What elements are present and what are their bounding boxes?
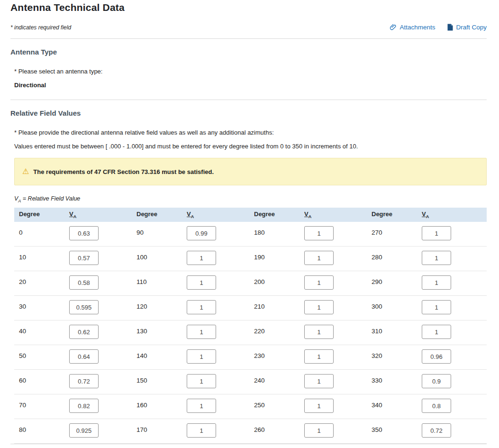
va-cell-150 (187, 374, 254, 388)
antenna-type-section: Antenna Type * Please select an antenna … (10, 48, 487, 89)
relative-field-prompt: * Please provide the directional antenna… (14, 129, 487, 136)
va-legend: VA = Relative Field Value (14, 195, 487, 203)
table-row: 20110200290 (14, 271, 487, 296)
va-input-150[interactable] (187, 374, 216, 388)
va-input-340[interactable] (422, 399, 451, 413)
degree-label-130: 130 (136, 325, 187, 339)
degree-label-160: 160 (136, 399, 187, 413)
table-row: 60150240330 (14, 370, 487, 394)
degree-label-240: 240 (254, 374, 304, 388)
va-cell-170 (187, 423, 254, 438)
va-input-20[interactable] (69, 275, 99, 290)
antenna-type-prompt: * Please select an antenna type: (14, 68, 487, 75)
va-input-140[interactable] (187, 349, 216, 364)
degree-label-280: 280 (372, 251, 422, 265)
va-cell-30 (69, 300, 136, 314)
degree-label-350: 350 (372, 423, 422, 438)
degree-label-80: 80 (19, 423, 69, 438)
va-input-10[interactable] (69, 251, 99, 265)
degree-column-header: Degree (254, 210, 304, 219)
va-input-310[interactable] (422, 325, 451, 339)
va-input-130[interactable] (187, 325, 216, 339)
va-cell-90 (187, 226, 254, 240)
va-cell-60 (69, 374, 136, 388)
antenna-technical-data-page: Antenna Technical Data * indicates requi… (0, 0, 499, 448)
va-input-290[interactable] (422, 275, 451, 290)
degree-label-90: 90 (136, 226, 187, 240)
va-input-240[interactable] (304, 374, 334, 388)
va-cell-240 (304, 374, 372, 388)
relative-field-heading: Relative Field Values (10, 109, 487, 117)
degree-label-200: 200 (254, 275, 304, 290)
degree-label-320: 320 (372, 349, 422, 364)
va-input-330[interactable] (422, 374, 451, 388)
va-input-0[interactable] (69, 226, 99, 240)
va-input-110[interactable] (187, 275, 216, 290)
va-input-30[interactable] (69, 300, 99, 314)
attachments-link[interactable]: Attachments (390, 24, 435, 31)
table-row: 10100190280 (14, 247, 487, 271)
table-row: 090180270 (14, 222, 487, 247)
va-input-50[interactable] (69, 349, 99, 364)
va-input-260[interactable] (304, 423, 334, 438)
warning-triangle-icon: ⚠ (22, 168, 29, 175)
va-input-120[interactable] (187, 300, 216, 314)
va-input-180[interactable] (304, 226, 334, 240)
attachments-label: Attachments (399, 24, 435, 31)
va-input-100[interactable] (187, 251, 216, 265)
va-input-210[interactable] (304, 300, 334, 314)
table-row: 30120210300 (14, 296, 487, 320)
va-input-220[interactable] (304, 325, 334, 339)
va-input-190[interactable] (304, 251, 334, 265)
va-input-350[interactable] (422, 423, 451, 438)
va-input-250[interactable] (304, 399, 334, 413)
degree-label-170: 170 (136, 423, 187, 438)
va-legend-text: = Relative Field Value (21, 195, 80, 202)
va-cell-110 (187, 275, 254, 290)
va-cell-0 (69, 226, 136, 240)
degree-label-260: 260 (254, 423, 304, 438)
va-input-280[interactable] (422, 251, 451, 265)
va-cell-140 (187, 349, 254, 364)
degree-label-190: 190 (254, 251, 304, 265)
page-title: Antenna Technical Data (10, 2, 487, 13)
degree-label-30: 30 (19, 300, 69, 314)
degree-label-50: 50 (19, 349, 69, 364)
va-input-90[interactable] (187, 226, 216, 240)
va-cell-180 (304, 226, 372, 240)
antenna-type-value: Directional (14, 82, 487, 89)
va-input-200[interactable] (304, 275, 334, 290)
va-column-header: VA (69, 210, 136, 219)
va-input-300[interactable] (422, 300, 451, 314)
va-column-header: VA (422, 210, 489, 219)
va-input-320[interactable] (422, 349, 451, 364)
va-input-70[interactable] (69, 399, 99, 413)
degree-label-230: 230 (254, 349, 304, 364)
table-row: 50140230320 (14, 345, 487, 370)
degree-column-header: Degree (19, 210, 69, 219)
degree-label-110: 110 (136, 275, 187, 290)
va-input-270[interactable] (422, 226, 451, 240)
va-input-160[interactable] (187, 399, 216, 413)
degree-label-150: 150 (136, 374, 187, 388)
va-cell-250 (304, 399, 372, 413)
va-input-170[interactable] (187, 423, 216, 438)
table-body: 0901802701010019028020110200290301202103… (14, 222, 487, 444)
va-input-40[interactable] (69, 325, 99, 339)
draft-copy-link[interactable]: Draft Copy (447, 24, 487, 31)
va-input-230[interactable] (304, 349, 334, 364)
section-divider (10, 100, 487, 100)
degree-label-70: 70 (19, 399, 69, 413)
va-cell-40 (69, 325, 136, 339)
va-cell-210 (304, 300, 372, 314)
va-cell-260 (304, 423, 372, 438)
top-divider (10, 38, 487, 39)
va-input-80[interactable] (69, 423, 99, 438)
va-cell-280 (422, 251, 489, 265)
degree-column-header: Degree (136, 210, 187, 219)
degree-label-310: 310 (372, 325, 422, 339)
va-input-60[interactable] (69, 374, 99, 388)
relative-field-table: DegreeVADegreeVADegreeVADegreeVA 0901802… (14, 208, 487, 444)
table-header-row: DegreeVADegreeVADegreeVADegreeVA (14, 208, 487, 222)
va-cell-270 (422, 226, 489, 240)
